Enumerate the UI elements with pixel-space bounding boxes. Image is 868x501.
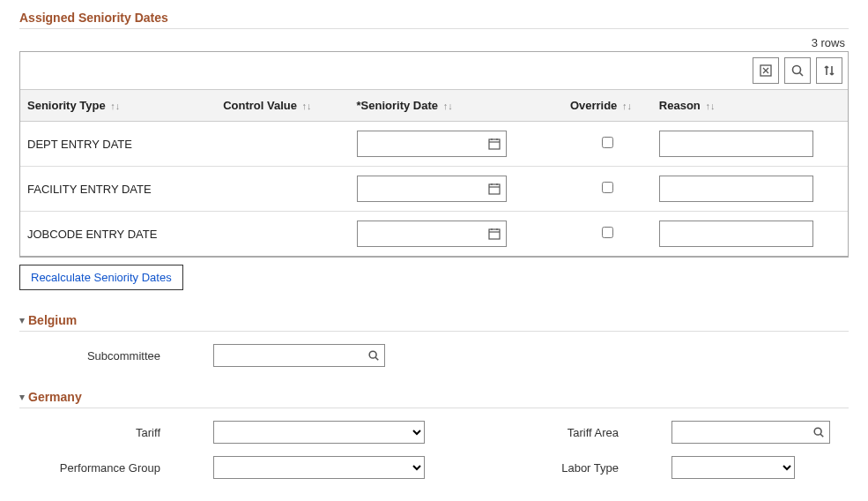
svg-line-21 [820, 434, 823, 437]
search-icon [790, 64, 805, 78]
recalculate-seniority-button[interactable]: Recalculate Seniority Dates [19, 265, 183, 290]
subcommittee-input[interactable] [214, 345, 363, 366]
reason-cell [652, 212, 848, 257]
table-row: FACILITY ENTRY DATE [20, 167, 848, 212]
col-header-seniority-date[interactable]: *Seniority Date ↑↓ [350, 90, 563, 122]
tariff-area-input[interactable] [672, 422, 808, 443]
reason-cell [652, 122, 848, 167]
seniority-table: Seniority Type ↑↓ Control Value ↑↓ *Seni… [20, 90, 848, 257]
tariff-area-field [671, 421, 830, 444]
tariff-label: Tariff [19, 426, 160, 439]
tariff-area-lookup-button[interactable] [808, 422, 829, 443]
override-cell [563, 167, 652, 212]
rows-count: 3 rows [19, 34, 849, 51]
sort-arrows-icon: ↑↓ [622, 101, 632, 111]
col-header-override[interactable]: Override ↑↓ [563, 90, 652, 122]
personalize-button[interactable] [753, 57, 779, 84]
svg-line-19 [375, 357, 378, 360]
calendar-icon [487, 182, 501, 196]
col-header-reason[interactable]: Reason ↑↓ [652, 90, 848, 122]
seniority-date-field [357, 131, 507, 157]
sort-arrows-icon: ↑↓ [443, 101, 453, 111]
seniority-type-cell: DEPT ENTRY DATE [20, 122, 216, 167]
seniority-date-input[interactable] [358, 131, 484, 156]
search-icon [812, 426, 825, 438]
seniority-date-cell [350, 212, 563, 257]
seniority-date-input[interactable] [358, 221, 484, 246]
svg-point-20 [814, 428, 821, 435]
seniority-date-input[interactable] [358, 176, 484, 201]
belgium-form: Subcommittee [19, 332, 849, 367]
belgium-section: ▾ Belgium Subcommittee [19, 313, 849, 367]
svg-rect-10 [489, 184, 500, 194]
calendar-icon [487, 137, 501, 151]
germany-header[interactable]: ▾ Germany [19, 390, 849, 408]
control-value-cell [216, 212, 349, 257]
belgium-header[interactable]: ▾ Belgium [19, 313, 849, 332]
col-header-label: Reason [659, 99, 701, 112]
seniority-date-field [357, 176, 507, 202]
calendar-button[interactable] [483, 131, 505, 156]
seniority-date-cell [350, 122, 563, 167]
sort-icon [822, 64, 836, 78]
subcommittee-label: Subcommittee [19, 349, 160, 363]
svg-point-18 [369, 351, 376, 358]
sort-button[interactable] [816, 57, 842, 84]
labor-type-select[interactable] [671, 456, 795, 479]
seniority-type-cell: FACILITY ENTRY DATE [20, 167, 216, 212]
control-value-cell [216, 167, 349, 212]
calendar-icon [487, 227, 501, 241]
seniority-date-field [357, 221, 507, 247]
search-icon [367, 349, 380, 362]
col-header-seniority-type[interactable]: Seniority Type ↑↓ [20, 90, 216, 122]
svg-point-1 [793, 66, 801, 74]
subcommittee-field [213, 344, 385, 367]
germany-form: Tariff Tariff Area Perf [19, 408, 849, 479]
override-cell [563, 122, 652, 167]
table-row: DEPT ENTRY DATE [20, 122, 848, 167]
belgium-title: Belgium [28, 313, 77, 327]
seniority-grid: Seniority Type ↑↓ Control Value ↑↓ *Seni… [19, 51, 849, 258]
override-checkbox[interactable] [602, 182, 613, 193]
reason-cell [652, 167, 848, 212]
svg-rect-3 [489, 139, 500, 149]
svg-line-2 [800, 73, 804, 77]
section-title: Assigned Seniority Dates [19, 11, 849, 29]
reason-input[interactable] [659, 176, 813, 202]
performance-group-label: Performance Group [19, 461, 160, 475]
sort-arrows-icon: ↑↓ [110, 101, 120, 111]
col-header-label: Seniority Type [27, 99, 106, 112]
reason-input[interactable] [659, 131, 813, 157]
seniority-date-cell [350, 167, 563, 212]
germany-title: Germany [28, 390, 82, 404]
col-header-label: Control Value [223, 99, 297, 112]
table-row: JOBCODE ENTRY DATE [20, 212, 848, 257]
override-checkbox[interactable] [602, 227, 613, 238]
calendar-button[interactable] [483, 221, 505, 246]
performance-group-select[interactable] [213, 456, 425, 479]
col-header-control-value[interactable]: Control Value ↑↓ [216, 90, 349, 122]
grid-toolbar [20, 52, 848, 90]
sort-arrows-icon: ↑↓ [705, 101, 715, 111]
tariff-select[interactable] [213, 421, 425, 444]
germany-section: ▾ Germany Tariff Tariff Area [19, 390, 849, 479]
col-header-label: *Seniority Date [357, 99, 438, 112]
chevron-down-icon: ▾ [19, 314, 25, 326]
svg-rect-14 [489, 229, 500, 239]
control-value-cell [216, 122, 349, 167]
chevron-down-icon: ▾ [19, 391, 25, 403]
personalize-icon [759, 64, 773, 78]
calendar-button[interactable] [483, 176, 505, 201]
override-checkbox[interactable] [602, 137, 613, 148]
sort-arrows-icon: ↑↓ [302, 101, 312, 111]
find-button[interactable] [784, 57, 811, 84]
col-header-label: Override [570, 99, 617, 112]
reason-input[interactable] [659, 221, 813, 247]
override-cell [563, 212, 652, 257]
subcommittee-lookup-button[interactable] [363, 345, 384, 366]
labor-type-label: Labor Type [478, 461, 619, 475]
seniority-type-cell: JOBCODE ENTRY DATE [20, 212, 216, 257]
tariff-area-label: Tariff Area [478, 426, 619, 439]
